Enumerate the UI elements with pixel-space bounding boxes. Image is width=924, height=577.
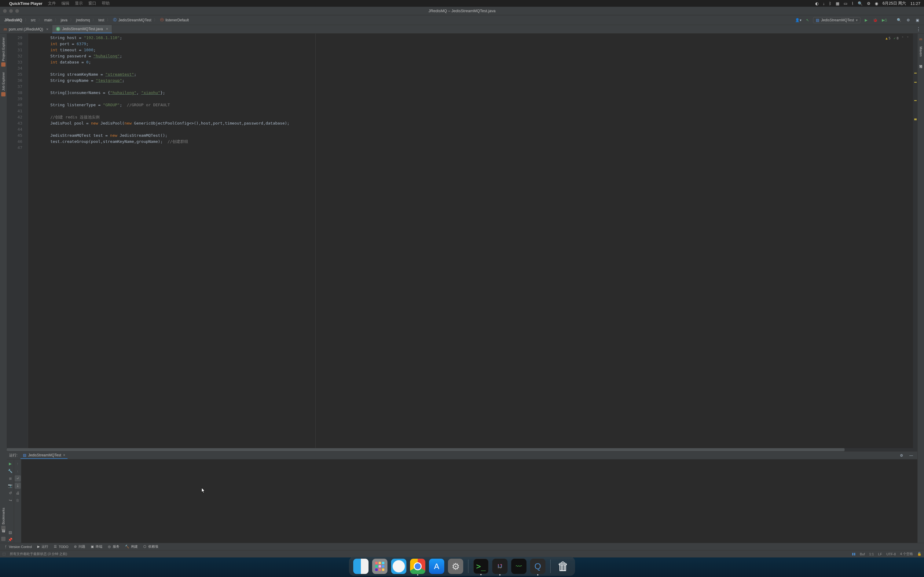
tool-window-button[interactable]: ᚶVersion Control xyxy=(2,544,34,550)
tool-window-tab[interactable]: 结构 xyxy=(1,533,6,543)
dock-app-activity[interactable]: 〰 xyxy=(511,559,527,574)
minimize-icon[interactable]: — xyxy=(908,452,915,459)
close-icon[interactable]: × xyxy=(63,453,65,457)
menubar-time[interactable]: 11:27 xyxy=(910,1,920,6)
status-hide-icon[interactable]: ⬚ xyxy=(2,552,5,556)
line-number[interactable]: 30 xyxy=(8,41,22,47)
zoom-window-button[interactable] xyxy=(15,9,19,13)
code-line[interactable] xyxy=(31,65,913,71)
menu-help[interactable]: 帮助 xyxy=(102,1,110,6)
code-line[interactable]: String password = "huhailong"; xyxy=(31,53,913,59)
soft-wrap-icon[interactable]: ⤶ xyxy=(15,475,21,482)
tool-window-button[interactable]: 🔨构建 xyxy=(123,543,140,550)
status-caret-position[interactable]: 1:1 xyxy=(869,552,874,556)
dock-app-chrome[interactable] xyxy=(410,559,425,574)
tool-window-button[interactable]: ▶运行 xyxy=(35,543,51,550)
dock-app-launchpad[interactable] xyxy=(372,559,388,574)
next-highlight-icon[interactable]: ˇ xyxy=(906,35,909,42)
back-arrow-icon[interactable]: ↖ xyxy=(804,16,811,24)
dock-app-trash[interactable]: 🗑 xyxy=(556,559,571,574)
line-number[interactable]: 31 xyxy=(8,47,22,53)
dock-app-appstore[interactable]: А xyxy=(429,559,444,574)
status-charset[interactable]: UTF-8 xyxy=(887,552,896,556)
breadcrumb-item[interactable]: JRedisMQ xyxy=(3,18,24,23)
line-number[interactable]: 43 xyxy=(8,120,22,126)
tool-window-button[interactable]: ⊘问题 xyxy=(71,543,88,550)
line-number[interactable]: 47 xyxy=(8,145,22,151)
prev-highlight-icon[interactable]: ˆ xyxy=(902,35,904,42)
marker-warning[interactable] xyxy=(914,73,917,74)
code-line[interactable] xyxy=(31,108,913,114)
marker-warning[interactable] xyxy=(914,118,917,120)
tool-window-tab[interactable]: m xyxy=(919,35,923,43)
breadcrumb-item[interactable]: ⒸJedisStreamMQTest xyxy=(111,18,152,23)
breadcrumb-item[interactable]: main xyxy=(43,18,53,23)
siri-icon[interactable]: ◉ xyxy=(875,1,878,6)
breadcrumb-item[interactable]: src xyxy=(30,18,37,23)
search-everywhere-icon[interactable]: 🔍 xyxy=(895,16,903,24)
status-buf[interactable]: Buf xyxy=(860,552,865,556)
code-line[interactable] xyxy=(31,145,913,151)
battery-icon[interactable]: ▭ xyxy=(844,1,847,6)
status-line-separator[interactable]: LF xyxy=(878,552,882,556)
run-configuration-selector[interactable]: ▤ JedisStreamMQTest ▾ xyxy=(813,17,861,23)
rerun-button[interactable]: ▶ xyxy=(7,461,13,467)
print-icon[interactable]: 🖨 xyxy=(15,490,21,496)
dock-app-terminal[interactable]: >_ xyxy=(473,559,489,574)
restore-layout-icon[interactable]: ↺ xyxy=(7,490,13,496)
grid-icon[interactable]: ▦ xyxy=(836,1,839,6)
editor-tab[interactable]: CJedisStreamMQTest.java× xyxy=(52,25,112,33)
scroll-to-end-icon[interactable]: ⤓ xyxy=(15,483,21,489)
run-anything-icon[interactable]: ▣ xyxy=(914,16,921,24)
layout-icon[interactable]: ▤ xyxy=(7,529,13,535)
editor-marker-strip[interactable] xyxy=(913,34,917,448)
breadcrumb-item[interactable]: java xyxy=(60,18,69,23)
line-number[interactable]: 46 xyxy=(8,139,22,145)
line-number[interactable]: 39 xyxy=(8,96,22,102)
tool-window-tab[interactable]: Bookmarks xyxy=(1,506,6,532)
up-icon[interactable]: ↑ xyxy=(15,461,21,467)
line-number[interactable]: 40 xyxy=(8,102,22,108)
code-line[interactable]: String streamKeyName = "streamtest"; xyxy=(31,71,913,77)
close-window-button[interactable] xyxy=(3,9,7,13)
line-number[interactable]: 42 xyxy=(8,114,22,120)
app-name[interactable]: QuickTime Player xyxy=(9,1,42,6)
close-icon[interactable]: × xyxy=(46,27,48,31)
debug-button[interactable]: 🐞 xyxy=(871,16,879,24)
stop-button[interactable]: ◼ xyxy=(7,475,13,482)
code-line[interactable]: int timeout = 1000; xyxy=(31,47,913,53)
code-line[interactable]: String[]consumerNames = {"huhailong", "x… xyxy=(31,90,913,96)
tool-window-button[interactable]: ▣终端 xyxy=(88,543,105,550)
run-console[interactable] xyxy=(21,459,917,543)
download-icon[interactable]: ↓ xyxy=(823,1,825,6)
users-icon[interactable]: 👤▾ xyxy=(795,16,802,24)
run-button[interactable]: ▶ xyxy=(862,16,870,24)
menu-file[interactable]: 文件 xyxy=(48,1,56,6)
code-line[interactable]: JedisPool pool = new JedisPool(new Gener… xyxy=(31,120,913,126)
down-icon[interactable]: ↓ xyxy=(15,468,21,474)
breadcrumb-item[interactable]: ⓜlistenerDefault xyxy=(158,18,190,23)
marker-warning[interactable] xyxy=(914,100,917,101)
tool-window-button[interactable]: ◎服务 xyxy=(105,543,122,550)
status-lock-icon[interactable]: 🔓 xyxy=(917,552,922,556)
tool-window-tab[interactable]: Job Explorer xyxy=(1,70,6,98)
code-line[interactable]: JedisStreamMQTest test = new JedisStream… xyxy=(31,132,913,139)
line-number[interactable]: 37 xyxy=(8,84,22,90)
exit-icon[interactable]: ↪ xyxy=(7,497,13,503)
line-number[interactable]: 34 xyxy=(8,65,22,71)
control-center-icon[interactable]: ⚙ xyxy=(867,1,871,6)
code-line[interactable] xyxy=(31,84,913,90)
dock-app-quicktime[interactable]: Q xyxy=(530,559,545,574)
line-number[interactable]: 33 xyxy=(8,59,22,65)
dock-app-intellij[interactable]: IJ xyxy=(492,559,507,574)
line-number[interactable]: 44 xyxy=(8,126,22,132)
search-icon[interactable]: 🔍 xyxy=(858,1,863,6)
line-number[interactable]: 35 xyxy=(8,71,22,77)
status-indent[interactable]: 4 个空格 xyxy=(900,552,913,556)
coverage-button[interactable]: ▶⎙ xyxy=(880,16,888,24)
editor-horizontal-scrollbar[interactable] xyxy=(7,448,917,451)
wrench-icon[interactable]: 🔧 xyxy=(7,468,13,474)
code-line[interactable]: String groupName = "testgroup"; xyxy=(31,77,913,84)
dock-app-settings[interactable]: ⚙ xyxy=(448,559,463,574)
tool-window-tab[interactable]: Project Explorer xyxy=(1,35,6,68)
